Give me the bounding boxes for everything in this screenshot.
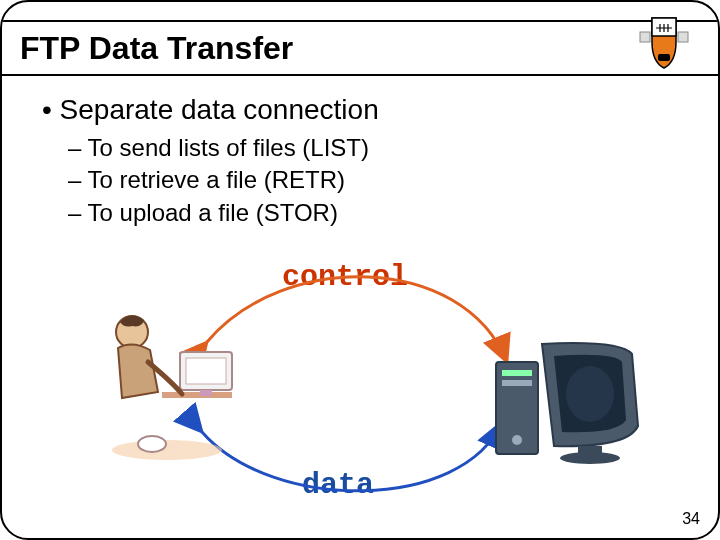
svg-rect-1 — [678, 32, 688, 42]
sub-bullet-2: – To retrieve a file (RETR) — [68, 164, 678, 196]
data-label: data — [302, 468, 374, 502]
svg-rect-10 — [496, 362, 538, 454]
svg-rect-7 — [200, 390, 212, 396]
svg-rect-15 — [578, 446, 602, 454]
page-number: 34 — [682, 510, 700, 528]
svg-rect-6 — [186, 358, 226, 384]
slide-title: FTP Data Transfer — [20, 30, 293, 67]
svg-point-9 — [116, 316, 148, 348]
desktop-server-icon — [496, 343, 638, 464]
svg-point-8 — [138, 436, 166, 452]
svg-rect-11 — [502, 370, 532, 376]
user-at-computer-icon — [112, 315, 232, 460]
sub-bullet-1: – To send lists of files (LIST) — [68, 132, 678, 164]
svg-rect-12 — [502, 380, 532, 386]
bullet-main: • Separate data connection — [42, 94, 678, 126]
control-label: control — [282, 260, 408, 294]
svg-point-14 — [566, 366, 614, 422]
svg-rect-5 — [180, 352, 232, 390]
princeton-shield-icon — [634, 14, 694, 72]
svg-rect-4 — [162, 392, 232, 398]
slide-container: FTP Data Transfer • Separate data connec… — [0, 0, 720, 540]
svg-point-16 — [560, 452, 620, 464]
title-bar: FTP Data Transfer — [2, 20, 718, 76]
slide-body: • Separate data connection – To send lis… — [42, 94, 678, 229]
svg-point-3 — [112, 440, 222, 460]
svg-point-13 — [512, 435, 522, 445]
svg-rect-0 — [640, 32, 650, 42]
sub-bullet-3: – To upload a file (STOR) — [68, 197, 678, 229]
sub-bullet-list: – To send lists of files (LIST) – To ret… — [68, 132, 678, 229]
svg-rect-2 — [658, 54, 670, 61]
